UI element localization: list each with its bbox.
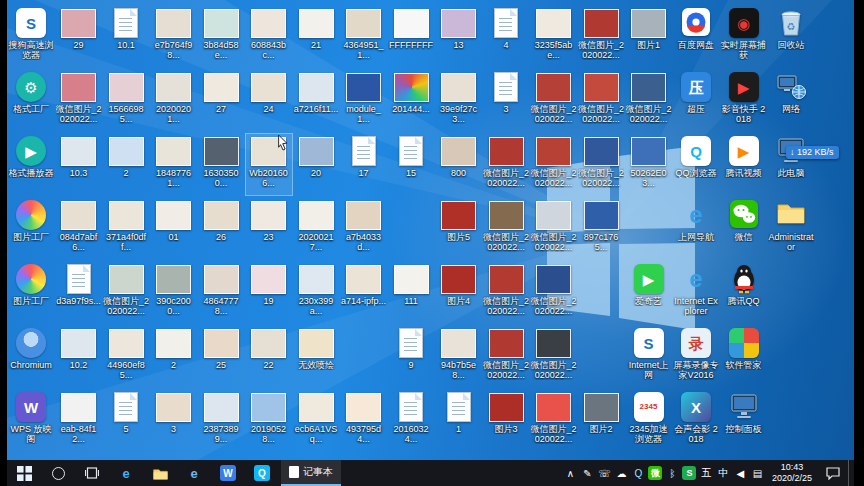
ie-shortcut-icon[interactable]: e上网导航 [673, 198, 719, 259]
desktop-icon[interactable]: e7b764f98... [151, 6, 197, 67]
taskbar-file-explorer-icon[interactable] [143, 460, 177, 486]
desktop-icon[interactable]: 897c1765... [578, 198, 624, 259]
desktop-icon[interactable]: 微信图片_2020022... [578, 134, 624, 195]
baidu-netdisk-icon[interactable]: 百度网盘 [673, 6, 719, 67]
taskbar-qq-icon[interactable]: Q [245, 460, 279, 486]
picture-factory-icon[interactable]: 图片工厂 [8, 198, 54, 259]
desktop-icon[interactable]: 微信图片_2020022... [103, 262, 149, 323]
tray-ime-language-icon[interactable]: 中 [715, 460, 732, 486]
desktop-icon[interactable]: 5 [103, 390, 149, 451]
taskbar-clock[interactable]: 10:43 2020/2/25 [766, 462, 818, 484]
desktop-icon[interactable]: 23 [246, 198, 292, 259]
tray-cloud-sync-icon[interactable]: ☁ [613, 460, 630, 486]
desktop-icon[interactable]: 48647778... [198, 262, 244, 323]
desktop-icon[interactable]: a7216f11... [293, 70, 339, 131]
desktop-icon[interactable]: 微信图片_2020022... [578, 70, 624, 131]
desktop-icon[interactable]: 20 [293, 134, 339, 195]
desktop-icon[interactable]: 29 [56, 6, 102, 67]
desktop-icon[interactable]: 微信图片_2020022... [531, 70, 577, 131]
screen-capture-icon[interactable]: ◉实时屏幕捕获 [721, 6, 767, 67]
desktop-icon[interactable]: 微信图片_2020022... [578, 6, 624, 67]
desktop-icon[interactable]: 94b7b5e8... [436, 326, 482, 387]
desktop-icon[interactable]: 9 [388, 326, 434, 387]
desktop-icon[interactable]: FFFFFFFF [388, 6, 434, 67]
sogou-internet-icon[interactable]: SInternet上网 [626, 326, 672, 387]
format-factory-icon[interactable]: ⚙格式工厂 [8, 70, 54, 131]
desktop-icon[interactable]: 608843bc... [246, 6, 292, 67]
desktop-icon[interactable]: 图片3 [483, 390, 529, 451]
wechat-icon[interactable]: 微信 [721, 198, 767, 259]
desktop-icon[interactable]: 微信图片_2020022... [483, 262, 529, 323]
desktop-icon[interactable]: 微信图片_2020022... [483, 134, 529, 195]
desktop-icon[interactable]: 39e9f27c3... [436, 70, 482, 131]
network-speed-badge[interactable]: ↓ 192 KB/s [786, 146, 839, 159]
desktop-icon[interactable]: eab-84f12... [56, 390, 102, 451]
tencent-video-icon[interactable]: ▶腾讯视频 [721, 134, 767, 195]
tray-network-tray-icon[interactable]: ▤ [749, 460, 766, 486]
chaoya-icon[interactable]: 压超压 [673, 70, 719, 131]
action-center-button[interactable] [818, 467, 848, 480]
desktop-icon[interactable]: 3235f5abe... [531, 6, 577, 67]
desktop-icon[interactable]: 24 [246, 70, 292, 131]
yingyin-kuaishou-icon[interactable]: ▶影音快手 2018 [721, 70, 767, 131]
network-icon[interactable]: 网络 [768, 70, 814, 131]
tray-volume-icon[interactable]: ◀ [732, 460, 749, 486]
desktop-icon[interactable]: 微信图片_2020022... [531, 326, 577, 387]
format-player-icon[interactable]: ▶格式播放器 [8, 134, 54, 195]
desktop-icon[interactable]: 50262E03... [626, 134, 672, 195]
open-window-button[interactable]: 记事本 [281, 460, 341, 486]
desktop-icon[interactable]: 图片2 [578, 390, 624, 451]
internet-explorer-icon[interactable]: eInternet Explorer [673, 262, 719, 323]
qq-browser-icon[interactable]: QQQ浏览器 [673, 134, 719, 195]
desktop-icon[interactable]: ecb6A1VSq... [293, 390, 339, 451]
control-panel-icon[interactable]: 控制面板 [721, 390, 767, 451]
desktop-icon[interactable]: 微信图片_2020022... [483, 198, 529, 259]
desktop-icon[interactable]: 493795d4... [341, 390, 387, 451]
picture-factory-2-icon[interactable]: 图片工厂 [8, 262, 54, 323]
desktop-icon[interactable]: 22 [246, 326, 292, 387]
taskbar-edge-icon[interactable]: e [109, 460, 143, 486]
desktop-icon[interactable]: d3a97f9s... [56, 262, 102, 323]
administrator-folder-icon[interactable]: Administrator [768, 198, 814, 259]
desktop-icon[interactable]: a7b4033d... [341, 198, 387, 259]
desktop-icon[interactable]: 111 [388, 262, 434, 323]
taskbar-wps-office-icon[interactable]: W [211, 460, 245, 486]
desktop-icon[interactable]: 3b84d58e... [198, 6, 244, 67]
desktop-icon[interactable]: 15 [388, 134, 434, 195]
desktop-icon[interactable]: 20160324... [388, 390, 434, 451]
tray-wubi-mode-icon[interactable]: 五 [698, 460, 715, 486]
desktop-icon[interactable]: 16303500... [198, 134, 244, 195]
desktop-icon[interactable]: 21 [293, 6, 339, 67]
desktop-icon[interactable]: 20200201... [151, 70, 197, 131]
desktop-icon[interactable]: 微信图片_2020022... [531, 262, 577, 323]
desktop-icon[interactable]: 084d7abf6... [56, 198, 102, 259]
videostudio-icon[interactable]: X会声会影 2018 [673, 390, 719, 451]
desktop-icon[interactable]: 2 [103, 134, 149, 195]
taskbar-internet-explorer-icon[interactable]: e [177, 460, 211, 486]
tray-sogou-input-icon[interactable]: S [681, 460, 698, 486]
software-manager-icon[interactable]: 软件管家 [721, 326, 767, 387]
desktop-icon[interactable]: 230x399a... [293, 262, 339, 323]
screen-recorder-icon[interactable]: 录屏幕录像专家V2016 [673, 326, 719, 387]
desktop-icon[interactable]: 25 [198, 326, 244, 387]
task-view-button[interactable] [75, 460, 109, 486]
tray-ink-workspace-icon[interactable]: ✎ [579, 460, 596, 486]
desktop[interactable]: S搜狗高速浏览器2910.1e7b764f98...3b84d58e...608… [7, 0, 854, 460]
start-button[interactable] [7, 460, 41, 486]
desktop-icon[interactable]: 13 [436, 6, 482, 67]
desktop-icon[interactable]: 10.1 [103, 6, 149, 67]
desktop-icon[interactable]: 19 [246, 262, 292, 323]
search-button[interactable] [41, 460, 75, 486]
desktop-icon[interactable]: 图片5 [436, 198, 482, 259]
tray-hidden-icons-icon[interactable]: ∧ [562, 460, 579, 486]
desktop-icon[interactable]: 01 [151, 198, 197, 259]
desktop-icon[interactable]: 图片4 [436, 262, 482, 323]
desktop-icon[interactable]: 微信图片_2020022... [531, 390, 577, 451]
desktop-icon[interactable]: 3 [151, 390, 197, 451]
desktop-icon[interactable]: 17 [341, 134, 387, 195]
desktop-icon[interactable]: 3 [483, 70, 529, 131]
2345-browser-icon[interactable]: 23452345加速浏览器 [626, 390, 672, 451]
desktop-icon[interactable]: 800 [436, 134, 482, 195]
desktop-icon[interactable]: 201444... [388, 70, 434, 131]
desktop-icon[interactable]: 无效喷绘 [293, 326, 339, 387]
